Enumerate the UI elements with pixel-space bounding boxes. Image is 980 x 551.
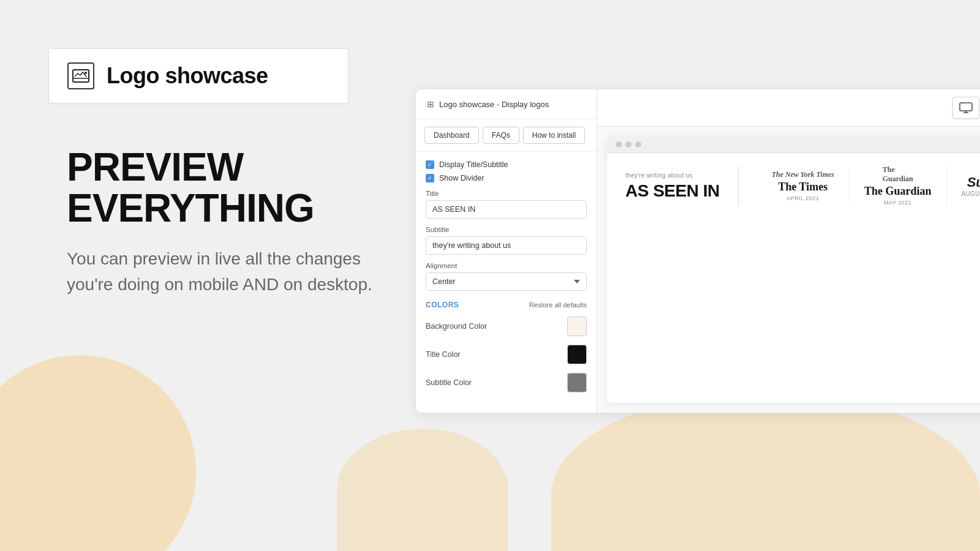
checkbox-show-divider-box[interactable] (426, 174, 434, 182)
restore-defaults-link[interactable]: Restore all defaults (529, 301, 587, 309)
partial-pub-name: AUGUS... (962, 190, 980, 197)
main-panel: ⊞ Logo showcase - Display logos Dashboar… (415, 89, 980, 413)
title-field-label: Title (426, 190, 587, 197)
alignment-select[interactable]: Left Center Right (426, 272, 587, 291)
subtitle-color-label: Subtitle Color (426, 378, 472, 387)
browser-bar (607, 137, 980, 153)
preview-title: AS SEEN IN (625, 182, 720, 200)
tab-how-to-install[interactable]: How to install (523, 127, 585, 144)
colors-section: COLORS Restore all defaults Background C… (426, 301, 587, 392)
colors-title: COLORS (426, 301, 459, 309)
preview-logos-section: they're writing about us AS SEEN IN The … (625, 165, 980, 206)
checkbox-display-title-label: Display Title/Subtitle (439, 160, 508, 169)
logo-item-partial: Su AUGUS... (947, 174, 980, 197)
subtext: You can preview in live all the changes … (67, 246, 410, 298)
nav-tabs: Dashboard FAQs How to install (416, 119, 597, 152)
nyt-serif-name: The New York Times (772, 170, 834, 179)
colors-header: COLORS Restore all defaults (426, 301, 587, 309)
background-blob-right (551, 392, 980, 551)
tab-faqs[interactable]: FAQs (483, 127, 519, 144)
guardian-date: MAY 2021 (884, 200, 911, 206)
preview-subtitle: they're writing about us (625, 172, 720, 179)
desktop-device-button[interactable] (952, 97, 979, 119)
settings-body: Display Title/Subtitle Show Divider Titl… (416, 152, 597, 413)
logo-header: Logo showcase (48, 48, 349, 103)
preview-logos-list: The New York Times The Times APRIL 2021 … (739, 165, 980, 206)
subtitle-color-row: Subtitle Color (426, 373, 587, 392)
logo-icon (67, 62, 94, 89)
settings-panel: ⊞ Logo showcase - Display logos Dashboar… (416, 89, 597, 413)
partial-serif-name: Su (967, 174, 980, 190)
panel-header-icon: ⊞ (427, 99, 434, 109)
headline: PREVIEW EVERYTHING (67, 147, 410, 229)
subtitle-field-label: Subtitle (426, 226, 587, 233)
background-color-label: Background Color (426, 322, 487, 331)
background-blob-left (0, 355, 196, 551)
subtitle-input[interactable] (426, 236, 587, 255)
title-color-row: Title Color (426, 345, 587, 364)
browser-mockup: they're writing about us AS SEEN IN The … (607, 137, 980, 403)
preview-panel: they're writing about us AS SEEN IN The … (597, 89, 980, 413)
background-color-swatch[interactable] (567, 317, 587, 336)
browser-dot-1 (616, 141, 622, 148)
panel-header-title: Logo showcase - Display logos (439, 100, 549, 109)
guardian-serif-name: TheGuardian (883, 165, 913, 184)
checkbox-display-title-box[interactable] (426, 160, 434, 169)
browser-content: they're writing about us AS SEEN IN The … (607, 153, 980, 276)
background-color-row: Background Color (426, 317, 587, 336)
alignment-field-label: Alignment (426, 262, 587, 269)
logo-item-nyt: The New York Times The Times APRIL 2021 (757, 170, 850, 201)
tab-dashboard[interactable]: Dashboard (424, 127, 479, 144)
subtitle-color-swatch[interactable] (567, 373, 587, 392)
guardian-pub-name: The Guardian (864, 185, 932, 198)
svg-rect-3 (960, 103, 972, 111)
preview-left-block: they're writing about us AS SEEN IN (625, 165, 739, 206)
panel-header: ⊞ Logo showcase - Display logos (416, 89, 597, 119)
checkbox-display-title[interactable]: Display Title/Subtitle (426, 160, 587, 169)
svg-point-2 (85, 72, 87, 74)
title-input[interactable] (426, 200, 587, 219)
preview-toolbar (597, 89, 980, 127)
left-content: PREVIEW EVERYTHING You can preview in li… (67, 147, 410, 298)
checkbox-show-divider-label: Show Divider (439, 174, 484, 182)
logo-item-guardian: TheGuardian The Guardian MAY 2021 (850, 165, 947, 206)
background-blob-mid (337, 429, 508, 551)
browser-dot-3 (635, 141, 641, 148)
browser-dot-2 (625, 141, 631, 148)
title-color-swatch[interactable] (567, 345, 587, 364)
checkbox-show-divider[interactable]: Show Divider (426, 174, 587, 182)
nyt-pub-name: The Times (778, 181, 827, 193)
title-color-label: Title Color (426, 350, 461, 359)
nyt-date: APRIL 2021 (786, 195, 819, 201)
app-title: Logo showcase (107, 63, 268, 89)
